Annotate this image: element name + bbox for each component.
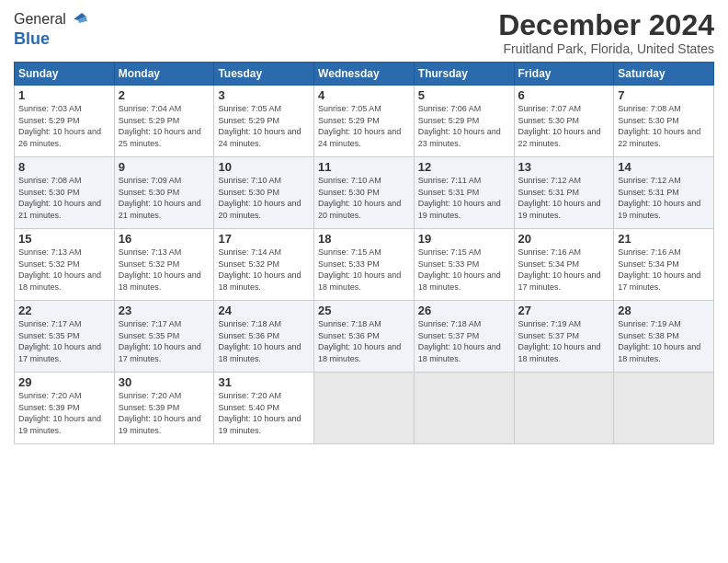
day-number: 11 (318, 160, 410, 174)
day-number: 13 (518, 160, 610, 174)
day-info: Sunrise: 7:08 AMSunset: 5:30 PMDaylight:… (18, 176, 101, 220)
day-info: Sunrise: 7:16 AMSunset: 5:34 PMDaylight:… (618, 247, 700, 292)
day-info: Sunrise: 7:07 AMSunset: 5:30 PMDaylight:… (518, 104, 601, 148)
day-info: Sunrise: 7:03 AMSunset: 5:29 PMDaylight:… (18, 104, 101, 148)
table-row: 7Sunrise: 7:08 AMSunset: 5:30 PMDaylight… (614, 86, 714, 157)
day-info: Sunrise: 7:20 AMSunset: 5:40 PMDaylight:… (218, 391, 301, 435)
table-row: 12Sunrise: 7:11 AMSunset: 5:31 PMDayligh… (414, 157, 514, 229)
day-number: 7 (618, 88, 710, 102)
day-number: 22 (18, 304, 110, 317)
calendar-table: Sunday Monday Tuesday Wednesday Thursday… (14, 62, 714, 444)
day-info: Sunrise: 7:18 AMSunset: 5:36 PMDaylight:… (318, 319, 401, 363)
calendar-week-row: 8Sunrise: 7:08 AMSunset: 5:30 PMDaylight… (15, 157, 714, 229)
logo-bird-icon (67, 9, 87, 29)
day-number: 4 (318, 88, 410, 102)
location-text: Fruitland Park, Florida, United States (498, 41, 714, 56)
day-info: Sunrise: 7:04 AMSunset: 5:29 PMDaylight:… (119, 104, 201, 148)
day-info: Sunrise: 7:15 AMSunset: 5:33 PMDaylight:… (318, 247, 401, 292)
table-row: 21Sunrise: 7:16 AMSunset: 5:34 PMDayligh… (614, 229, 714, 301)
header: General Blue December 2024 Fruitland Par… (14, 9, 714, 56)
table-row: 29Sunrise: 7:20 AMSunset: 5:39 PMDayligh… (15, 373, 115, 444)
day-number: 30 (119, 375, 210, 389)
day-number: 8 (18, 160, 110, 174)
table-row: 14Sunrise: 7:12 AMSunset: 5:31 PMDayligh… (614, 157, 714, 229)
day-number: 27 (518, 304, 610, 317)
logo: General Blue (14, 9, 87, 49)
day-info: Sunrise: 7:17 AMSunset: 5:35 PMDaylight:… (119, 319, 201, 363)
day-number: 1 (18, 88, 110, 102)
day-number: 9 (119, 160, 210, 174)
day-info: Sunrise: 7:12 AMSunset: 5:31 PMDaylight:… (618, 176, 700, 220)
col-friday: Friday (514, 63, 614, 86)
table-row: 5Sunrise: 7:06 AMSunset: 5:29 PMDaylight… (414, 86, 514, 157)
table-row: 1Sunrise: 7:03 AMSunset: 5:29 PMDaylight… (15, 86, 115, 157)
table-row: 31Sunrise: 7:20 AMSunset: 5:40 PMDayligh… (214, 373, 314, 444)
day-number: 24 (218, 304, 310, 317)
table-row (514, 373, 614, 444)
table-row: 17Sunrise: 7:14 AMSunset: 5:32 PMDayligh… (214, 229, 314, 301)
day-number: 20 (518, 232, 610, 246)
day-info: Sunrise: 7:08 AMSunset: 5:30 PMDaylight:… (618, 104, 700, 148)
day-number: 2 (119, 88, 210, 102)
day-number: 15 (18, 232, 110, 246)
day-number: 17 (218, 232, 310, 246)
table-row: 2Sunrise: 7:04 AMSunset: 5:29 PMDaylight… (114, 86, 214, 157)
col-sunday: Sunday (15, 63, 115, 86)
table-row: 20Sunrise: 7:16 AMSunset: 5:34 PMDayligh… (514, 229, 614, 301)
title-block: December 2024 Fruitland Park, Florida, U… (498, 9, 714, 56)
day-info: Sunrise: 7:10 AMSunset: 5:30 PMDaylight:… (318, 176, 401, 220)
day-info: Sunrise: 7:09 AMSunset: 5:30 PMDaylight:… (119, 176, 201, 220)
table-row: 16Sunrise: 7:13 AMSunset: 5:32 PMDayligh… (114, 229, 214, 301)
day-info: Sunrise: 7:20 AMSunset: 5:39 PMDaylight:… (119, 391, 201, 435)
page-container: General Blue December 2024 Fruitland Par… (0, 0, 728, 563)
day-number: 18 (318, 232, 410, 246)
table-row: 8Sunrise: 7:08 AMSunset: 5:30 PMDaylight… (15, 157, 115, 229)
table-row: 3Sunrise: 7:05 AMSunset: 5:29 PMDaylight… (214, 86, 314, 157)
day-number: 28 (618, 304, 710, 317)
table-row (614, 373, 714, 444)
table-row: 18Sunrise: 7:15 AMSunset: 5:33 PMDayligh… (314, 229, 415, 301)
day-number: 10 (218, 160, 310, 174)
calendar-week-row: 29Sunrise: 7:20 AMSunset: 5:39 PMDayligh… (15, 373, 714, 444)
day-number: 19 (418, 232, 510, 246)
calendar-week-row: 15Sunrise: 7:13 AMSunset: 5:32 PMDayligh… (15, 229, 714, 301)
day-info: Sunrise: 7:12 AMSunset: 5:31 PMDaylight:… (518, 176, 601, 220)
day-info: Sunrise: 7:06 AMSunset: 5:29 PMDaylight:… (418, 104, 501, 148)
table-row: 11Sunrise: 7:10 AMSunset: 5:30 PMDayligh… (314, 157, 415, 229)
month-title: December 2024 (498, 9, 714, 41)
day-number: 6 (518, 88, 610, 102)
day-info: Sunrise: 7:13 AMSunset: 5:32 PMDaylight:… (119, 247, 201, 292)
day-info: Sunrise: 7:11 AMSunset: 5:31 PMDaylight:… (418, 176, 501, 220)
day-number: 23 (119, 304, 210, 317)
col-tuesday: Tuesday (214, 63, 314, 86)
day-number: 14 (618, 160, 710, 174)
day-number: 25 (318, 304, 410, 317)
day-number: 3 (218, 88, 310, 102)
table-row: 23Sunrise: 7:17 AMSunset: 5:35 PMDayligh… (114, 301, 214, 373)
table-row: 9Sunrise: 7:09 AMSunset: 5:30 PMDaylight… (114, 157, 214, 229)
day-info: Sunrise: 7:13 AMSunset: 5:32 PMDaylight:… (18, 247, 101, 292)
table-row: 4Sunrise: 7:05 AMSunset: 5:29 PMDaylight… (314, 86, 415, 157)
table-row (414, 373, 514, 444)
day-info: Sunrise: 7:15 AMSunset: 5:33 PMDaylight:… (418, 247, 501, 292)
logo-general-text: General (14, 11, 66, 28)
day-number: 26 (418, 304, 510, 317)
day-info: Sunrise: 7:16 AMSunset: 5:34 PMDaylight:… (518, 247, 601, 292)
table-row: 26Sunrise: 7:18 AMSunset: 5:37 PMDayligh… (414, 301, 514, 373)
table-row (314, 373, 415, 444)
calendar-week-row: 22Sunrise: 7:17 AMSunset: 5:35 PMDayligh… (15, 301, 714, 373)
calendar-week-row: 1Sunrise: 7:03 AMSunset: 5:29 PMDaylight… (15, 86, 714, 157)
day-number: 29 (18, 375, 110, 389)
col-monday: Monday (114, 63, 214, 86)
table-row: 6Sunrise: 7:07 AMSunset: 5:30 PMDaylight… (514, 86, 614, 157)
table-row: 30Sunrise: 7:20 AMSunset: 5:39 PMDayligh… (114, 373, 214, 444)
table-row: 19Sunrise: 7:15 AMSunset: 5:33 PMDayligh… (414, 229, 514, 301)
day-number: 21 (618, 232, 710, 246)
day-info: Sunrise: 7:14 AMSunset: 5:32 PMDaylight:… (218, 247, 301, 292)
table-row: 24Sunrise: 7:18 AMSunset: 5:36 PMDayligh… (214, 301, 314, 373)
day-number: 31 (218, 375, 310, 389)
table-row: 15Sunrise: 7:13 AMSunset: 5:32 PMDayligh… (15, 229, 115, 301)
logo-blue-text: Blue (14, 29, 87, 49)
table-row: 25Sunrise: 7:18 AMSunset: 5:36 PMDayligh… (314, 301, 415, 373)
day-info: Sunrise: 7:19 AMSunset: 5:38 PMDaylight:… (618, 319, 700, 363)
